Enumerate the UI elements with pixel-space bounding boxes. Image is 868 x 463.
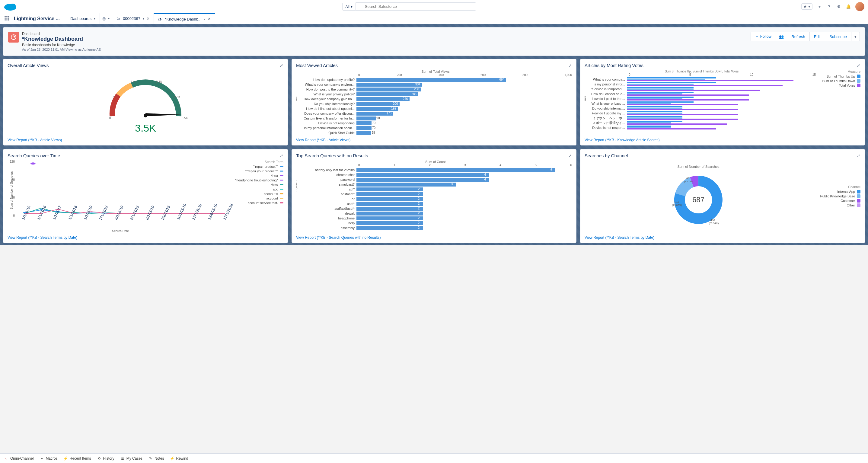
chevron-down-icon[interactable]: ▾	[94, 17, 95, 20]
bar-row: What is your privacy policy?286	[299, 92, 572, 97]
global-header: All▾ 🔍 ★ ▾ ＋ ? ⚙ 🔔	[0, 0, 868, 13]
record-type-label: Dashboard	[22, 32, 101, 36]
y-axis-label: Keyword	[296, 181, 298, 192]
nav-tab-split[interactable]: ◎▾	[100, 13, 112, 24]
case-icon: 🗂	[116, 17, 120, 21]
bar-row: How does your company give ba...246	[299, 97, 572, 101]
card-title: Top Search Queries with no Results	[296, 153, 368, 158]
card-most-viewed-articles: Most Viewed Articles ⤢ Sum of Total View…	[291, 59, 577, 146]
nav-tab-label: 00002367	[123, 16, 140, 21]
search-scope-picker[interactable]: All▾	[342, 3, 355, 10]
bar-row: Is my personal information secur...70	[299, 126, 572, 130]
x-axis-ticks: 02004006008001,000	[358, 73, 572, 77]
expand-icon[interactable]: ⤢	[280, 153, 283, 158]
page-header: Dashboard *Knowledge Dashboard Basic das…	[3, 27, 865, 56]
svg-point-10	[6, 19, 7, 21]
bar-row: How do I find out about upcomi...192	[299, 106, 572, 111]
card-overall-article-views: Overall Article Views ⤢ 0 710 1.4K 2.1K …	[3, 59, 288, 146]
svg-text:2.1K: 2.1K	[156, 80, 162, 84]
x-axis-ticks: 0123456	[358, 163, 572, 167]
legend: Channel Internal AppPublic Knowledge Bas…	[815, 185, 861, 208]
view-report-link[interactable]: View Report (**KB - Article Views)	[296, 138, 350, 142]
x-axis-label: Sum of Thumbs Up, Sum of Thumbs Down, To…	[588, 70, 816, 73]
legend-item: *hea	[235, 174, 283, 178]
svg-text:710: 710	[112, 95, 117, 99]
bar-row: battery only last for 25mins6	[299, 167, 572, 172]
expand-icon[interactable]: ⤢	[568, 153, 572, 158]
subscribe-button[interactable]: Subscribe	[825, 32, 851, 41]
nav-tab-label: *Knowledge Dashb...	[165, 17, 201, 22]
legend-item: Public Knowledge Base	[815, 194, 861, 198]
legend-item: acc	[235, 187, 283, 191]
notifications-bell-icon[interactable]: 🔔	[846, 4, 851, 9]
page-subtitle: Basic dashboards for Knowledge	[22, 43, 101, 47]
svg-text:63: 63	[686, 177, 689, 180]
refresh-button[interactable]: Refresh	[787, 32, 810, 41]
setup-gear-icon[interactable]: ⚙	[836, 4, 841, 9]
bar-row: chrome chat4	[299, 172, 572, 177]
legend-item: Sum of Thumbs Down	[818, 79, 861, 83]
favorites-button[interactable]: ★ ▾	[801, 3, 812, 10]
bar-row: What is your company's environ...304	[299, 82, 572, 87]
bar-row: How do I post to the community?298	[299, 87, 572, 92]
svg-text:0: 0	[109, 117, 111, 120]
close-icon[interactable]: ×	[208, 16, 211, 22]
svg-text:453: 453	[710, 218, 715, 221]
legend-item: account service test.	[235, 201, 283, 205]
bar-row: adf*2	[299, 187, 572, 192]
header-actions: ＋ Follow 👥 Refresh Edit Subscribe ▾	[751, 32, 860, 41]
x-axis-label: Sum of Count	[299, 160, 572, 163]
close-icon[interactable]: ×	[147, 16, 149, 22]
svg-text:(9.17%): (9.17%)	[684, 180, 693, 183]
view-report-link[interactable]: View Report (**KB - Search Queries with …	[296, 236, 381, 240]
collaborate-icon-button[interactable]: 👥	[776, 32, 787, 41]
nav-tab-dashboards[interactable]: Dashboards ▾	[66, 13, 100, 24]
edit-button[interactable]: Edit	[809, 32, 825, 41]
svg-text:(65.94%): (65.94%)	[709, 222, 719, 224]
dashboard-grid: Overall Article Views ⤢ 0 710 1.4K 2.1K …	[3, 59, 865, 243]
view-report-link[interactable]: View Report (**KB - Knowledge Article Sc…	[585, 138, 660, 142]
legend-item: *how	[235, 183, 283, 187]
y-axis-label: Sum of Number of Searches	[10, 171, 13, 209]
search-input[interactable]	[355, 2, 476, 10]
more-actions-button[interactable]: ▾	[851, 32, 860, 41]
nav-tab-knowledge-dashboard[interactable]: ◔ *Knowledge Dashb... ▾ ×	[154, 13, 215, 24]
legend-item: Customer	[815, 199, 861, 203]
bar-row: password4	[299, 177, 572, 182]
legend-item: ""repair your product""	[235, 169, 283, 173]
expand-icon[interactable]: ⤢	[568, 63, 572, 68]
target-icon: ◎	[102, 16, 105, 21]
as-of-text: As of Jan 23, 2020 11:01 AM·Viewing as A…	[22, 48, 101, 51]
card-search-queries-over-time: Search Queries over Time ⤢ Sum of Number…	[3, 149, 288, 243]
help-icon[interactable]: ?	[826, 4, 832, 9]
svg-point-1	[5, 4, 10, 8]
gauge-chart: 0 710 1.4K 2.1K 2.8K 3.5K	[97, 71, 194, 122]
gauge-value: 3.5K	[135, 122, 156, 134]
svg-text:164: 164	[674, 200, 679, 204]
svg-point-9	[4, 19, 6, 21]
add-icon[interactable]: ＋	[817, 4, 822, 9]
legend-item: account	[235, 196, 283, 200]
nav-tab-label: Dashboards	[70, 16, 91, 21]
expand-icon[interactable]: ⤢	[280, 63, 283, 68]
card-title: Most Viewed Articles	[296, 63, 338, 68]
svg-point-20	[30, 162, 36, 164]
view-report-link[interactable]: View Report (**KB - Search Terms by Date…	[7, 236, 77, 240]
y-axis-label: Title	[296, 96, 298, 101]
expand-icon[interactable]: ⤢	[857, 153, 861, 158]
card-searches-by-channel: Searches by Channel ⤢ Sum of Number of S…	[580, 149, 865, 243]
page-title: *Knowledge Dashboard	[22, 36, 101, 42]
app-launcher-icon[interactable]	[0, 16, 14, 22]
view-report-link[interactable]: View Report (**KB - Article Views)	[7, 138, 62, 142]
card-articles-by-rating: Articles by Most Rating Votes ⤢ Sum of T…	[580, 59, 865, 146]
nav-tab-case[interactable]: 🗂 00002367 ▾ ×	[112, 13, 154, 24]
view-report-link[interactable]: View Report (**KB - Search Terms by Date…	[585, 236, 654, 240]
expand-icon[interactable]: ⤢	[857, 63, 861, 68]
user-avatar[interactable]	[855, 2, 864, 11]
svg-text:1.4K: 1.4K	[130, 80, 137, 84]
x-axis-ticks: 051015	[629, 73, 816, 76]
bar-row: simulcast?3	[299, 182, 572, 187]
follow-button[interactable]: ＋ Follow	[751, 32, 776, 41]
chevron-down-icon[interactable]: ▾	[143, 17, 144, 20]
chevron-down-icon[interactable]: ▾	[204, 18, 206, 21]
